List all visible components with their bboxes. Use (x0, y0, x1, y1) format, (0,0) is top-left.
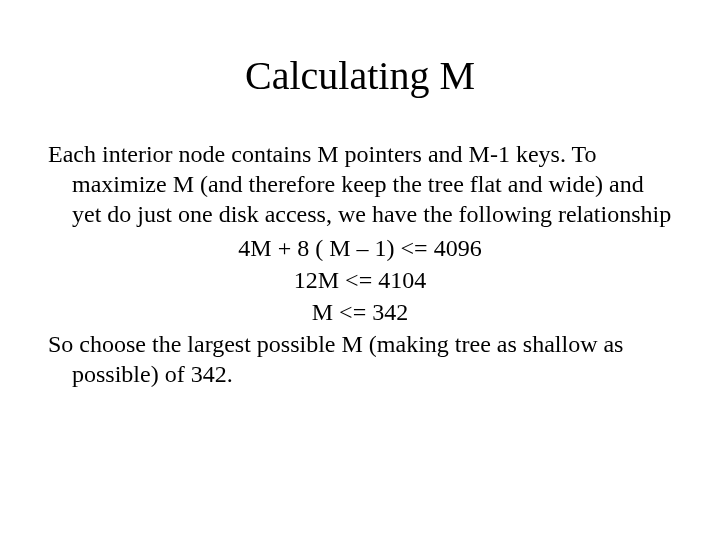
slide: Calculating M Each interior node contain… (0, 0, 720, 540)
equation-line-2: 12M <= 4104 (48, 265, 672, 295)
paragraph-intro: Each interior node contains M pointers a… (48, 139, 672, 229)
paragraph-conclusion: So choose the largest possible M (making… (48, 329, 672, 389)
slide-title: Calculating M (0, 0, 720, 109)
slide-body: Each interior node contains M pointers a… (0, 109, 720, 389)
equation-line-3: M <= 342 (48, 297, 672, 327)
equation-line-1: 4M + 8 ( M – 1) <= 4096 (48, 233, 672, 263)
